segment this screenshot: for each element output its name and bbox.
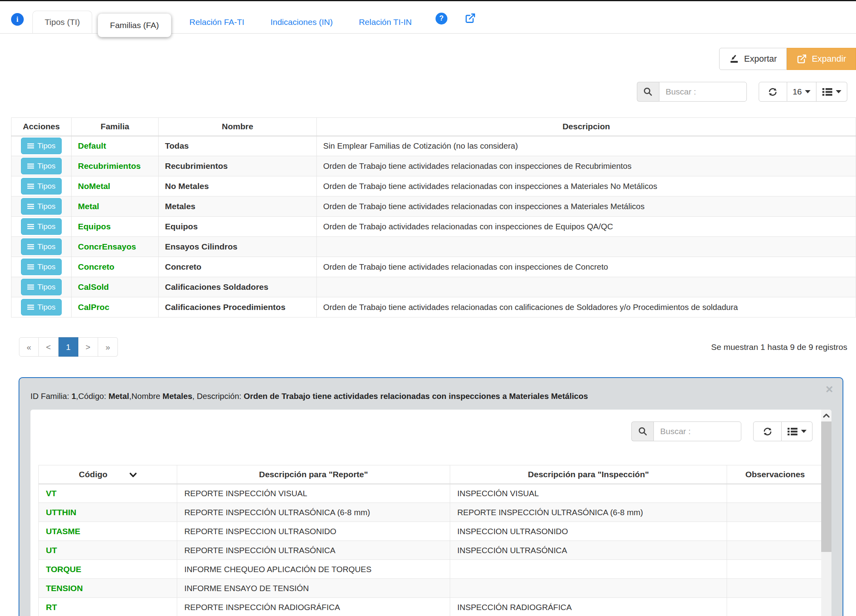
pagination-page-1[interactable]: 1: [59, 337, 78, 357]
menu-icon: [27, 204, 34, 209]
tipos-button[interactable]: Tipos: [21, 238, 62, 255]
tipo-desc-inspeccion: INSPECCIÓN VISUAL: [457, 489, 539, 498]
refresh-button[interactable]: [753, 421, 782, 441]
tab-bar: i Tipos (TI) Familias (FA) Relación FA-T…: [0, 8, 856, 34]
chevron-down-icon: [801, 430, 807, 433]
tipos-table-header-row: Código Descripción para "Reporte" Descri…: [39, 465, 824, 484]
menu-icon: [27, 143, 34, 149]
tipo-codigo-link[interactable]: RT: [46, 603, 57, 612]
chevron-down-icon: [805, 90, 811, 93]
familia-code-link[interactable]: ConcrEnsayos: [78, 242, 136, 251]
table-row: UTASME REPORTE INSPECCION ULTRASONIDO IN…: [39, 522, 824, 541]
menu-icon: [27, 264, 34, 270]
table-row: VT REPORTE INSPECCIÓN VISUAL INSPECCIÓN …: [39, 484, 824, 503]
search-icon: [631, 421, 653, 441]
page-size-dropdown[interactable]: 16: [787, 82, 816, 102]
page: i Tipos (TI) Familias (FA) Relación FA-T…: [0, 0, 856, 616]
table-row: Tipos Recubrimientos Recubrimientos Orde…: [11, 156, 856, 176]
familias-table-body: Tipos Default Todas Sin Emplear Familias…: [11, 136, 856, 317]
familia-code-link[interactable]: CalProc: [78, 302, 109, 312]
menu-icon: [27, 183, 34, 189]
familia-code-link[interactable]: Metal: [78, 202, 99, 211]
tipos-table-controls: [753, 421, 812, 441]
tipos-button[interactable]: Tipos: [21, 259, 62, 275]
pagination-row: « < 1 > » Se muestran 1 hasta 9 de 9 reg…: [19, 337, 847, 357]
tipos-button[interactable]: Tipos: [21, 138, 62, 154]
tipo-codigo-link[interactable]: TORQUE: [46, 565, 81, 574]
tipos-button[interactable]: Tipos: [21, 158, 62, 174]
search-group: [637, 82, 747, 102]
expandir-button[interactable]: Expandir: [787, 48, 856, 70]
tipos-button[interactable]: Tipos: [21, 178, 62, 195]
header-codigo[interactable]: Código: [39, 465, 177, 484]
header-observaciones: Observaciones: [727, 465, 824, 484]
tipos-button[interactable]: Tipos: [21, 198, 62, 215]
familia-nombre: Metales: [165, 202, 195, 211]
header-familia: Familia: [72, 118, 159, 136]
tab-tipos[interactable]: Tipos (TI): [32, 11, 92, 33]
header-nombre: Nombre: [159, 118, 317, 136]
export-toolbar: Exportar Expandir: [0, 48, 856, 70]
search-input[interactable]: [659, 82, 747, 102]
tipo-codigo-link[interactable]: TENSION: [46, 584, 83, 593]
external-link-icon[interactable]: [465, 13, 476, 24]
columns-dropdown[interactable]: [816, 82, 847, 102]
familia-nombre: Recubrimientos: [165, 161, 228, 170]
pagination-first[interactable]: «: [19, 337, 39, 357]
tipos-table-body: VT REPORTE INSPECCIÓN VISUAL INSPECCIÓN …: [39, 484, 824, 616]
tipo-desc-reporte: REPORTE INSPECCIÓN RADIOGRÁFICA: [184, 603, 340, 612]
columns-dropdown[interactable]: [782, 421, 812, 441]
tipos-search-group: [631, 421, 741, 441]
tab-relacion-ti-in[interactable]: Relación TI-IN: [350, 11, 420, 33]
tab-indicaciones[interactable]: Indicaciones (IN): [262, 11, 342, 33]
tipos-button[interactable]: Tipos: [21, 279, 62, 295]
exportar-label: Exportar: [744, 54, 777, 64]
tipo-desc-reporte: REPORTE INSPECCIÓN VISUAL: [184, 489, 307, 498]
tipo-codigo-link[interactable]: VT: [46, 489, 57, 498]
table-row: Tipos Equipos Equipos Orden de Trabajo a…: [11, 217, 856, 237]
table-row: Tipos CalProc Calificaciones Procedimien…: [11, 297, 856, 317]
header-descripcion: Descripcion: [317, 118, 856, 136]
familia-nombre: Ensayos Cilindros: [165, 242, 237, 251]
expandir-label: Expandir: [812, 54, 846, 64]
tipos-button[interactable]: Tipos: [21, 218, 62, 235]
tipos-button[interactable]: Tipos: [21, 299, 62, 316]
pagination-last[interactable]: »: [98, 337, 118, 357]
familia-code-link[interactable]: Default: [78, 141, 106, 150]
familia-code-link[interactable]: CalSold: [78, 282, 109, 291]
tipos-button-label: Tipos: [38, 263, 56, 271]
tipo-desc-inspeccion: INSPECCION ULTRASONIDO: [457, 527, 568, 536]
table-row: UT REPORTE INSPECCIÓN ULTRASÓNICA INSPEC…: [39, 541, 824, 560]
familia-code-link[interactable]: Concreto: [78, 262, 114, 271]
table-row: UTTHIN REPORTE INSPECCIÓN ULTRASÓNICA (6…: [39, 503, 824, 522]
familia-nombre: Todas: [165, 141, 189, 150]
tipo-codigo-link[interactable]: UTASME: [46, 527, 80, 536]
pagination-next[interactable]: >: [78, 337, 98, 357]
tipo-codigo-link[interactable]: UTTHIN: [46, 508, 76, 517]
exportar-button[interactable]: Exportar: [719, 48, 787, 70]
tipos-search-input[interactable]: [653, 421, 741, 441]
familia-descripcion: Orden de Trabajo tiene actividades relac…: [323, 302, 738, 312]
pagination-prev[interactable]: <: [39, 337, 59, 357]
familia-code-link[interactable]: NoMetal: [78, 181, 110, 191]
refresh-button[interactable]: [759, 82, 787, 102]
refresh-icon: [762, 426, 773, 437]
close-icon[interactable]: ×: [826, 383, 833, 395]
header-desc-reporte: Descripción para "Reporte": [177, 465, 450, 484]
info-icon[interactable]: i: [11, 13, 24, 26]
scroll-up-icon[interactable]: [821, 410, 831, 421]
familia-code-link[interactable]: Recubrimientos: [78, 161, 141, 170]
tab-relacion-fa-ti[interactable]: Relación FA-TI: [181, 11, 253, 33]
help-icon[interactable]: ?: [436, 13, 447, 25]
familia-nombre: No Metales: [165, 181, 209, 191]
scrollbar-thumb[interactable]: [821, 421, 831, 552]
tipos-button-label: Tipos: [38, 142, 56, 150]
tipo-codigo-link[interactable]: UT: [46, 546, 57, 555]
vertical-scrollbar[interactable]: [821, 410, 831, 616]
panel-header-text: ID Familia: 1,Código: Metal,Nombre Metal…: [30, 391, 831, 401]
familias-table-header-row: Acciones Familia Nombre Descripcion: [11, 118, 856, 136]
tab-familias[interactable]: Familias (FA): [98, 13, 171, 37]
tipos-button-label: Tipos: [38, 283, 56, 291]
tipos-button-label: Tipos: [38, 202, 56, 211]
familia-code-link[interactable]: Equipos: [78, 222, 111, 231]
